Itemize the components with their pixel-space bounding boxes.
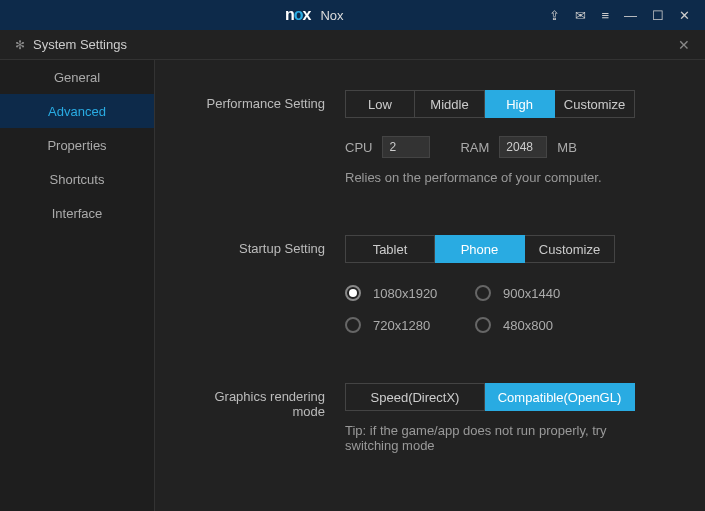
sidebar-item-interface[interactable]: Interface (0, 196, 154, 230)
nox-logo: nox (285, 6, 310, 24)
startup-customize[interactable]: Customize (525, 235, 615, 263)
ram-unit: MB (557, 140, 577, 155)
radio-dot-icon (345, 317, 361, 333)
radio-dot-icon (475, 317, 491, 333)
cpu-input[interactable] (382, 136, 430, 158)
radio-dot-icon (345, 285, 361, 301)
graphics-hint: Tip: if the game/app does not run proper… (345, 423, 625, 453)
res-480x800[interactable]: 480x800 (475, 317, 595, 333)
settings-icon[interactable]: ≡ (601, 8, 609, 23)
settings-content: Performance Setting Low Middle High Cust… (155, 60, 705, 511)
minimize-icon[interactable]: — (624, 8, 637, 23)
perf-segmented: Low Middle High Customize (345, 90, 675, 118)
res-720x1280[interactable]: 720x1280 (345, 317, 465, 333)
maximize-icon[interactable]: ☐ (652, 8, 664, 23)
radio-dot-icon (475, 285, 491, 301)
resolution-options: 1080x1920 900x1440 720x1280 480x800 (345, 285, 675, 333)
mail-icon[interactable]: ✉ (575, 8, 586, 23)
perf-low[interactable]: Low (345, 90, 415, 118)
sidebar-item-general[interactable]: General (0, 60, 154, 94)
close-settings-icon[interactable]: ✕ (678, 37, 690, 53)
sidebar-item-properties[interactable]: Properties (0, 128, 154, 162)
settings-title: System Settings (33, 37, 127, 52)
graphics-speed[interactable]: Speed(DirectX) (345, 383, 485, 411)
startup-phone[interactable]: Phone (435, 235, 525, 263)
app-titlebar: nox Nox ⇪ ✉ ≡ — ☐ ✕ (0, 0, 705, 30)
ram-label: RAM (460, 140, 489, 155)
perf-high[interactable]: High (485, 90, 555, 118)
startup-segmented: Tablet Phone Customize (345, 235, 675, 263)
close-app-icon[interactable]: ✕ (679, 8, 690, 23)
graphics-segmented: Speed(DirectX) Compatible(OpenGL) (345, 383, 675, 411)
startup-label: Startup Setting (185, 235, 345, 333)
perf-customize[interactable]: Customize (555, 90, 635, 118)
pin-icon[interactable]: ⇪ (549, 8, 560, 23)
res-1080x1920[interactable]: 1080x1920 (345, 285, 465, 301)
perf-hint: Relies on the performance of your comput… (345, 170, 675, 185)
graphics-compatible[interactable]: Compatible(OpenGL) (485, 383, 635, 411)
sidebar-item-advanced[interactable]: Advanced (0, 94, 154, 128)
cpu-label: CPU (345, 140, 372, 155)
graphics-label: Graphics rendering mode (185, 383, 345, 453)
app-name: Nox (320, 8, 343, 23)
res-900x1440[interactable]: 900x1440 (475, 285, 595, 301)
gear-icon: ✻ (15, 38, 25, 52)
sidebar-item-shortcuts[interactable]: Shortcuts (0, 162, 154, 196)
ram-input[interactable] (499, 136, 547, 158)
startup-tablet[interactable]: Tablet (345, 235, 435, 263)
perf-middle[interactable]: Middle (415, 90, 485, 118)
perf-label: Performance Setting (185, 90, 345, 185)
sidebar: General Advanced Properties Shortcuts In… (0, 60, 155, 511)
settings-header: ✻ System Settings ✕ (0, 30, 705, 60)
